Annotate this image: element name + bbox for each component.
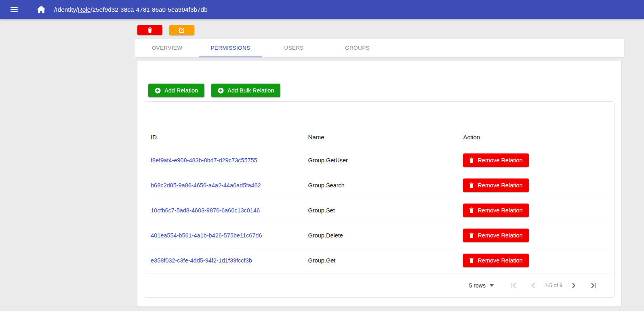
previous-page-button[interactable]	[528, 281, 538, 290]
last-page-button[interactable]	[588, 281, 598, 290]
page-range-label: 1-5 of 9	[545, 282, 562, 288]
breadcrumb: /Identity/Role/25ef9d32-38ca-4781-86a0-5…	[54, 6, 208, 13]
home-button[interactable]	[36, 4, 46, 15]
tab-overview[interactable]: OVERVIEW	[135, 39, 199, 57]
menu-button[interactable]	[9, 4, 19, 15]
trash-icon	[469, 183, 474, 188]
trash-icon	[469, 233, 474, 238]
table-row: 401ea554-b561-4a1b-b426-575be11c67d6 Gro…	[144, 223, 614, 248]
appbar: /Identity/Role/25ef9d32-38ca-4781-86a0-5…	[0, 0, 644, 19]
column-header-action: Action	[457, 127, 614, 148]
edit-role-button[interactable]	[169, 25, 194, 35]
permissions-panel: Add Relation Add Bulk Relation ID Name A…	[137, 61, 621, 307]
row-name: Group.GetUser	[308, 157, 348, 164]
table-toolbar	[144, 102, 614, 127]
remove-relation-button[interactable]: Remove Relation	[463, 254, 528, 267]
trash-icon	[469, 258, 474, 263]
row-id-link[interactable]: 10cfb6c7-5ad8-4603-9876-6a60c13c0146	[151, 207, 260, 214]
breadcrumb-id: /25ef9d32-38ca-4781-86a0-5ea904f3b7db	[90, 6, 207, 13]
tab-groups[interactable]: GROUPS	[326, 39, 389, 57]
table-row: 10cfb6c7-5ad8-4603-9876-6a60c13c0146 Gro…	[144, 198, 614, 223]
add-relation-label: Add Relation	[164, 87, 198, 94]
table-row: b68c2d85-9a86-4656-a4a2-44a6ad5fa462 Gro…	[144, 173, 614, 198]
remove-relation-button[interactable]: Remove Relation	[463, 204, 528, 217]
hamburger-icon	[11, 7, 18, 8]
permissions-table: ID Name Action f8ef9af4-e908-483b-8bd7-d…	[144, 127, 614, 273]
remove-relation-label: Remove Relation	[478, 207, 522, 214]
plus-circle-icon	[155, 88, 161, 94]
delete-role-button[interactable]	[137, 25, 162, 35]
pagination: 5 rows 1-5 of 9	[144, 273, 614, 297]
row-id-link[interactable]: b68c2d85-9a86-4656-a4a2-44a6ad5fa462	[151, 182, 261, 189]
trash-icon	[469, 157, 474, 163]
table-row: e358f032-c3fe-4dd5-94f2-1d1f39fccf3b Gro…	[144, 248, 614, 273]
remove-relation-label: Remove Relation	[478, 257, 522, 264]
chevron-right-icon	[572, 283, 576, 288]
column-header-id: ID	[144, 127, 302, 148]
entity-actions	[137, 19, 624, 35]
page: /Identity/Role/25ef9d32-38ca-4781-86a0-5…	[0, 0, 644, 311]
chevron-down-icon	[490, 284, 494, 287]
row-name: Group.Delete	[308, 232, 343, 239]
trash-icon	[147, 27, 152, 33]
table-header-row: ID Name Action	[144, 127, 614, 148]
add-bulk-relation-button[interactable]: Add Bulk Relation	[211, 84, 280, 97]
row-id-link[interactable]: 401ea554-b561-4a1b-b426-575be11c67d6	[151, 232, 262, 239]
plus-circle-icon	[218, 88, 224, 94]
breadcrumb-role-link[interactable]: Role	[78, 6, 91, 13]
breadcrumb-prefix: /Identity/	[54, 6, 78, 13]
remove-relation-button[interactable]: Remove Relation	[463, 229, 528, 242]
tab-users[interactable]: USERS	[262, 39, 326, 57]
permissions-table-card: ID Name Action f8ef9af4-e908-483b-8bd7-d…	[144, 101, 615, 298]
rows-per-page-label: 5 rows	[469, 282, 486, 289]
remove-relation-button[interactable]: Remove Relation	[463, 178, 528, 192]
relation-actions: Add Relation Add Bulk Relation	[148, 84, 615, 97]
rows-per-page-select[interactable]: 5 rows	[469, 282, 494, 289]
trash-icon	[469, 208, 474, 213]
last-page-icon	[590, 283, 596, 288]
table-row: f8ef9af4-e908-483b-8bd7-d29c73c55755 Gro…	[144, 148, 614, 173]
table-body: f8ef9af4-e908-483b-8bd7-d29c73c55755 Gro…	[144, 148, 614, 273]
remove-relation-label: Remove Relation	[478, 232, 522, 239]
remove-relation-label: Remove Relation	[478, 182, 522, 189]
tab-permissions[interactable]: PERMISSIONS	[199, 39, 262, 57]
column-header-name: Name	[302, 127, 457, 148]
row-name: Group.Search	[308, 182, 345, 189]
first-page-icon	[511, 283, 517, 288]
row-id-link[interactable]: f8ef9af4-e908-483b-8bd7-d29c73c55755	[151, 157, 257, 164]
row-id-link[interactable]: e358f032-c3fe-4dd5-94f2-1d1f39fccf3b	[151, 257, 252, 264]
chevron-left-icon	[531, 283, 535, 288]
home-icon	[37, 6, 45, 13]
add-bulk-relation-label: Add Bulk Relation	[227, 87, 274, 94]
add-relation-button[interactable]: Add Relation	[148, 84, 204, 97]
tabbar: OVERVIEW PERMISSIONS USERS GROUPS	[135, 39, 624, 57]
remove-relation-label: Remove Relation	[478, 157, 522, 164]
row-name: Group.Get	[308, 257, 336, 264]
row-name: Group.Set	[308, 207, 335, 214]
next-page-button[interactable]	[569, 281, 579, 290]
edit-icon	[179, 27, 185, 33]
first-page-button[interactable]	[509, 281, 519, 290]
remove-relation-button[interactable]: Remove Relation	[463, 153, 528, 167]
